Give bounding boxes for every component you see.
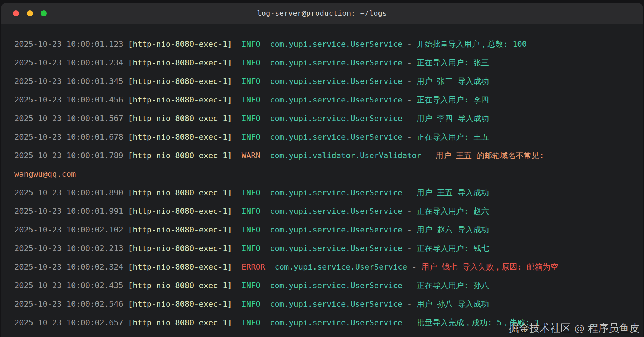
log-segment-thread: [http-nio-8080-exec-1] xyxy=(128,207,242,216)
log-segment-info: INFO xyxy=(242,40,261,49)
log-segment-thread: [http-nio-8080-exec-1] xyxy=(128,40,242,49)
log-segment-logger: com.yupi.service.UserService xyxy=(265,262,407,271)
log-segment-dim: - xyxy=(407,262,421,271)
log-segment-thread: [http-nio-8080-exec-1] xyxy=(128,188,242,197)
log-segment-thread: [http-nio-8080-exec-1] xyxy=(128,95,242,104)
log-segment-thread: [http-nio-8080-exec-1] xyxy=(128,244,242,253)
log-segment-dim: - xyxy=(402,77,417,86)
log-segment-ts: 2025-10-23 10:00:01.991 xyxy=(14,207,128,216)
log-segment-thread: [http-nio-8080-exec-1] xyxy=(128,262,242,271)
log-segment-info: INFO xyxy=(242,95,261,104)
log-segment-thread: [http-nio-8080-exec-1] xyxy=(128,151,242,160)
log-segment-dim: - xyxy=(402,132,417,141)
log-segment-ts: 2025-10-23 10:00:02.657 xyxy=(14,318,128,327)
log-segment-ts: 2025-10-23 10:00:01.789 xyxy=(14,151,128,160)
log-segment-teal: 正在导入用户: 李四 xyxy=(417,95,489,104)
log-segment-thread: [http-nio-8080-exec-1] xyxy=(128,58,242,67)
title-bar: log-server@production: ~/logs xyxy=(1,3,643,24)
log-segment-thread: [http-nio-8080-exec-1] xyxy=(128,300,242,308)
log-segment-dim: - xyxy=(402,225,417,234)
log-segment-error: 用户 钱七 导入失败，原因: 邮箱为空 xyxy=(421,262,558,271)
log-row: 2025-10-23 10:00:01.991 [http-nio-8080-e… xyxy=(14,202,632,221)
log-row: 2025-10-23 10:00:01.890 [http-nio-8080-e… xyxy=(14,183,632,202)
log-segment-teal: 用户 赵六 导入成功 xyxy=(417,225,489,234)
log-segment-teal: 批量导入完成，成功: 5，失败: 1 xyxy=(417,318,539,327)
log-segment-warn: WARN xyxy=(242,151,261,160)
terminal-window: log-server@production: ~/logs 2025-10-23… xyxy=(1,3,643,337)
log-row: 2025-10-23 10:00:01.123 [http-nio-8080-e… xyxy=(14,35,632,54)
log-segment-error: ERROR xyxy=(242,262,265,271)
log-segment-dim: - xyxy=(402,207,417,216)
log-segment-info: INFO xyxy=(242,114,261,123)
log-segment-info: INFO xyxy=(242,300,261,308)
log-segment-logger: com.yupi.service.UserService xyxy=(261,132,402,141)
log-segment-teal: 开始批量导入用户，总数: 100 xyxy=(417,40,527,49)
close-button[interactable] xyxy=(13,10,19,16)
log-row: 2025-10-23 10:00:01.345 [http-nio-8080-e… xyxy=(14,72,632,91)
log-segment-logger: com.yupi.service.UserService xyxy=(261,95,402,104)
log-segment-thread: [http-nio-8080-exec-1] xyxy=(128,281,242,290)
window-title: log-server@production: ~/logs xyxy=(257,9,387,17)
log-segment-logger: com.yupi.service.UserService xyxy=(261,58,402,67)
log-segment-dim: - xyxy=(402,114,417,123)
terminal-output[interactable]: 2025-10-23 10:00:01.123 [http-nio-8080-e… xyxy=(1,24,643,337)
log-row: 2025-10-23 10:00:01.234 [http-nio-8080-e… xyxy=(14,54,632,72)
screenshot-root: log-server@production: ~/logs 2025-10-23… xyxy=(0,0,644,337)
log-segment-thread: [http-nio-8080-exec-1] xyxy=(128,225,242,234)
log-segment-teal: 用户 张三 导入成功 xyxy=(417,77,489,86)
log-segment-teal: 用户 孙八 导入成功 xyxy=(417,300,489,308)
log-row: 2025-10-23 10:00:02.324 [http-nio-8080-e… xyxy=(14,258,632,276)
log-segment-ts: 2025-10-23 10:00:01.123 xyxy=(14,40,128,49)
log-segment-info: INFO xyxy=(242,77,261,86)
log-segment-info: INFO xyxy=(242,58,261,67)
log-segment-logger: com.yupi.service.UserService xyxy=(261,300,402,308)
log-row: 2025-10-23 10:00:02.435 [http-nio-8080-e… xyxy=(14,276,632,295)
log-segment-thread: [http-nio-8080-exec-1] xyxy=(128,114,242,123)
log-segment-logger: com.yupi.service.UserService xyxy=(261,318,402,327)
log-segment-ts: 2025-10-23 10:00:02.324 xyxy=(14,262,128,271)
traffic-lights xyxy=(13,3,47,24)
log-segment-dim: - xyxy=(402,281,417,290)
log-segment-ts: 2025-10-23 10:00:02.102 xyxy=(14,225,128,234)
log-segment-ts: 2025-10-23 10:00:01.345 xyxy=(14,77,128,86)
log-segment-ts: 2025-10-23 10:00:01.234 xyxy=(14,58,128,67)
log-row: 2025-10-23 10:00:02.102 [http-nio-8080-e… xyxy=(14,221,632,239)
log-segment-dim: - xyxy=(421,151,436,160)
log-segment-teal: 正在导入用户: 钱七 xyxy=(417,244,489,253)
log-segment-info: INFO xyxy=(242,318,261,327)
log-segment-ts: 2025-10-23 10:00:01.456 xyxy=(14,95,128,104)
log-segment-dim: - xyxy=(402,95,417,104)
log-segment-teal: 正在导入用户: 张三 xyxy=(417,58,489,67)
log-segment-warn: wangwu@qq.com xyxy=(14,170,76,178)
log-segment-logger: com.yupi.validator.UserValidator xyxy=(261,151,421,160)
log-segment-logger: com.yupi.service.UserService xyxy=(261,114,402,123)
log-row: 2025-10-23 10:00:01.789 [http-nio-8080-e… xyxy=(14,146,632,165)
log-segment-teal: 用户 李四 导入成功 xyxy=(417,114,489,123)
log-segment-logger: com.yupi.service.UserService xyxy=(261,244,402,253)
log-segment-thread: [http-nio-8080-exec-1] xyxy=(128,132,242,141)
log-row: 2025-10-23 10:00:01.456 [http-nio-8080-e… xyxy=(14,91,632,109)
zoom-button[interactable] xyxy=(41,10,47,16)
log-segment-dim: - xyxy=(402,244,417,253)
log-row: 2025-10-23 10:00:01.567 [http-nio-8080-e… xyxy=(14,109,632,128)
log-segment-info: INFO xyxy=(242,207,261,216)
log-segment-info: INFO xyxy=(242,188,261,197)
log-segment-teal: 正在导入用户: 王五 xyxy=(417,132,489,141)
log-segment-ts: 2025-10-23 10:00:02.435 xyxy=(14,281,128,290)
log-segment-ts: 2025-10-23 10:00:01.678 xyxy=(14,132,128,141)
log-segment-dim: - xyxy=(402,188,417,197)
log-segment-ts: 2025-10-23 10:00:01.567 xyxy=(14,114,128,123)
log-row: 2025-10-23 10:00:02.546 [http-nio-8080-e… xyxy=(14,295,632,313)
log-segment-logger: com.yupi.service.UserService xyxy=(261,281,402,290)
log-segment-teal: 用户 王五 导入成功 xyxy=(417,188,489,197)
log-segment-ts: 2025-10-23 10:00:02.213 xyxy=(14,244,128,253)
log-segment-info: INFO xyxy=(242,281,261,290)
log-segment-dim: - xyxy=(402,58,417,67)
log-segment-info: INFO xyxy=(242,244,261,253)
log-segment-ts: 2025-10-23 10:00:02.546 xyxy=(14,300,128,308)
minimize-button[interactable] xyxy=(27,10,33,16)
log-segment-info: INFO xyxy=(242,225,261,234)
log-segment-dim: - xyxy=(402,300,417,308)
log-segment-dim: - xyxy=(402,318,417,327)
log-segment-info: INFO xyxy=(242,132,261,141)
